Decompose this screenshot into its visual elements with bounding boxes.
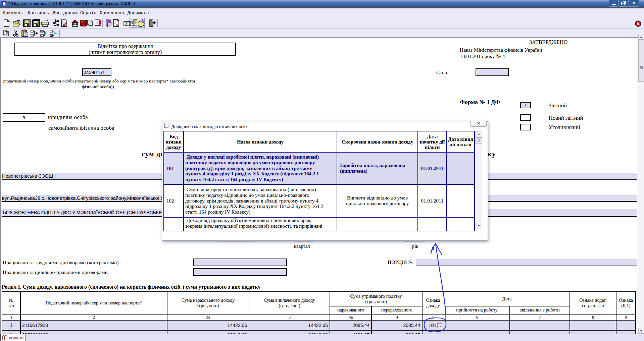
svg-text:A: A xyxy=(116,23,118,27)
